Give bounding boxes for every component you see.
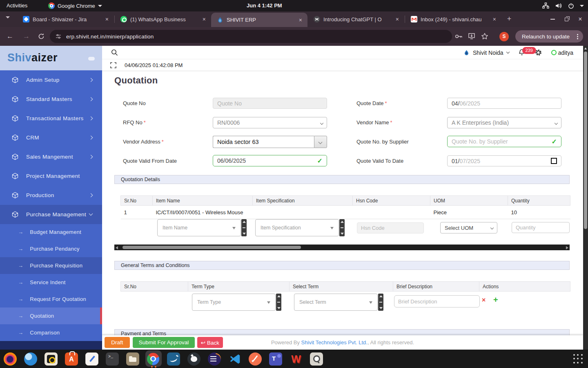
- scroll-left-icon[interactable]: [116, 246, 118, 249]
- sidebar-toggle[interactable]: [88, 57, 95, 61]
- taskbar-eclipse-icon[interactable]: [204, 350, 225, 368]
- window-close-button[interactable]: ×: [574, 11, 586, 27]
- scrollbar-thumb[interactable]: [584, 52, 587, 229]
- item-name-combo[interactable]: Item Name: [157, 219, 247, 236]
- taskbar-terminal-icon[interactable]: >_: [102, 350, 122, 368]
- submit-for-approval-button[interactable]: Submit For Approval: [133, 337, 195, 348]
- app-logo[interactable]: Shivaizer: [7, 52, 58, 64]
- window-minimize-button[interactable]: [546, 11, 559, 27]
- profile-avatar[interactable]: S: [499, 32, 509, 41]
- rfq-no-select[interactable]: RN/0006: [213, 117, 327, 128]
- sidebar-item-standard-masters[interactable]: Standard Masters: [0, 90, 102, 109]
- sidebar-item-admin-setup[interactable]: Admin Setup: [0, 70, 102, 90]
- tab-close-icon[interactable]: ×: [104, 16, 110, 22]
- taskbar-github-icon[interactable]: [184, 350, 204, 368]
- taskbar-files-icon[interactable]: [122, 350, 143, 368]
- fullscreen-icon[interactable]: [110, 62, 116, 68]
- uom-select[interactable]: Select UOM: [440, 222, 497, 233]
- shivit-link[interactable]: Shivit Technologies Pvt. Ltd.: [301, 339, 368, 346]
- scroll-right-icon[interactable]: [566, 246, 568, 249]
- dropdown-button[interactable]: [314, 136, 327, 148]
- password-key-icon[interactable]: [455, 34, 463, 39]
- quote-date-input[interactable]: 04/06/2025: [447, 98, 561, 109]
- tab-gmail[interactable]: Inbox (249) - shivani.chau ×: [405, 11, 501, 27]
- scrollbar-thumb[interactable]: [122, 246, 301, 249]
- valid-to-input[interactable]: 01/07/2025: [447, 155, 561, 166]
- valid-from-input[interactable]: 06/06/2025 ✓: [213, 155, 327, 166]
- spinner-control[interactable]: [339, 219, 345, 236]
- sidebar-item-sales-management[interactable]: Sales Mangement: [0, 147, 102, 166]
- show-applications-icon[interactable]: [573, 354, 583, 364]
- remove-row-icon[interactable]: ×: [482, 296, 486, 304]
- taskbar-firefox-icon[interactable]: [0, 350, 20, 368]
- site-settings-icon[interactable]: [56, 34, 61, 39]
- hsn-code-input[interactable]: [357, 222, 424, 233]
- url-text[interactable]: erp.shivit.net.in/minierp/application: [66, 34, 154, 40]
- term-type-combo[interactable]: Term Type: [192, 294, 281, 311]
- tab-shivit-erp-active[interactable]: SHIVIT ERP ×: [211, 13, 307, 27]
- address-bar[interactable]: erp.shivit.net.in/minierp/application: [50, 30, 452, 43]
- sidebar-item-production[interactable]: Production: [0, 186, 102, 205]
- scroll-up-icon[interactable]: [584, 47, 587, 49]
- taskbar-mysql-workbench-icon[interactable]: [163, 350, 184, 368]
- tab-close-icon[interactable]: ×: [201, 16, 207, 22]
- taskbar-wps-office-icon[interactable]: W: [286, 350, 306, 368]
- back-button[interactable]: ←: [7, 27, 13, 46]
- sidebar-subitem-purchase-pendancy[interactable]: →Purchase Pendancy: [0, 240, 102, 257]
- taskbar-teams-icon[interactable]: T: [265, 350, 286, 368]
- tab-close-icon[interactable]: ×: [492, 16, 497, 22]
- brief-description-input[interactable]: [394, 295, 480, 307]
- sidebar-item-project-management[interactable]: Project Management: [0, 166, 102, 186]
- taskbar-vscode-icon[interactable]: [225, 350, 245, 368]
- org-selector[interactable]: Shivit Noida: [463, 49, 509, 56]
- tab-search-chevron[interactable]: [6, 18, 10, 26]
- user-menu[interactable]: aditya: [551, 49, 573, 56]
- taskbar-screenshot-icon[interactable]: [306, 350, 327, 368]
- tab-whatsapp[interactable]: (1) WhatsApp Business ×: [115, 11, 211, 27]
- sidebar-item-transactional-masters[interactable]: Transactional Masters: [0, 109, 102, 128]
- system-tray[interactable]: [542, 0, 584, 11]
- app-menu-button[interactable]: Google Chrome: [48, 0, 102, 11]
- browser-menu-icon[interactable]: [577, 36, 578, 37]
- new-tab-button[interactable]: +: [505, 15, 514, 24]
- item-spec-combo[interactable]: Item Specification: [255, 219, 345, 236]
- sidebar-subitem-quotation[interactable]: →Quotation: [0, 307, 102, 324]
- sidebar-subitem-budget-management[interactable]: →Budget Management: [0, 224, 102, 240]
- select-term-combo[interactable]: Select Term: [294, 294, 383, 311]
- sidebar-item-crm[interactable]: CRM: [0, 128, 102, 147]
- quantity-input[interactable]: [512, 222, 570, 233]
- taskbar-chrome-icon[interactable]: [143, 350, 163, 368]
- quote-no-input[interactable]: [213, 98, 327, 109]
- add-row-icon[interactable]: +: [493, 295, 498, 305]
- bookmark-star-icon[interactable]: [481, 33, 488, 40]
- draft-button[interactable]: Draft: [105, 337, 130, 348]
- spinner-control[interactable]: [241, 219, 247, 236]
- taskbar-pen-tool-icon[interactable]: [245, 350, 265, 368]
- sidebar-item-purchase-management[interactable]: Purchase Management: [0, 205, 102, 224]
- tab-close-icon[interactable]: ×: [394, 16, 400, 22]
- search-icon[interactable]: [111, 49, 118, 56]
- reload-button[interactable]: [38, 33, 45, 40]
- tab-close-icon[interactable]: ×: [298, 17, 303, 23]
- vertical-scrollbar[interactable]: [583, 46, 588, 350]
- forward-button[interactable]: →: [23, 27, 30, 46]
- sidebar-subitem-purchase-requisition[interactable]: →Purchase Requisition: [0, 257, 102, 274]
- back-button-form[interactable]: ↩ Back: [197, 337, 223, 348]
- vendor-name-select[interactable]: A K Enterprises (India): [447, 117, 561, 128]
- date-picker-checkbox-icon[interactable]: [551, 158, 557, 164]
- tab-jira[interactable]: Board - Shivaizer - Jira ×: [17, 11, 114, 27]
- system-clock[interactable]: Jun 4 1:42 PM: [247, 0, 282, 11]
- taskbar-rhythmbox-icon[interactable]: [41, 350, 61, 368]
- sidebar-subitem-comparison[interactable]: →Comparison: [0, 324, 102, 341]
- taskbar-software-icon[interactable]: A: [61, 350, 82, 368]
- notifications-button[interactable]: 239: [518, 49, 526, 56]
- taskbar-thunderbird-icon[interactable]: [20, 350, 41, 368]
- sidebar-subitem-request-for-quotation[interactable]: →Request For Quotation: [0, 291, 102, 307]
- spinner-control[interactable]: [378, 294, 383, 311]
- activities-button[interactable]: Activities: [7, 0, 27, 11]
- spinner-control[interactable]: [276, 294, 281, 311]
- taskbar-text-editor-icon[interactable]: [82, 350, 102, 368]
- sidebar-subitem-service-indent[interactable]: →Service Indent: [0, 274, 102, 291]
- supplier-quote-input[interactable]: Quote No. by Supplier ✓: [447, 136, 561, 147]
- install-app-icon[interactable]: [468, 33, 475, 40]
